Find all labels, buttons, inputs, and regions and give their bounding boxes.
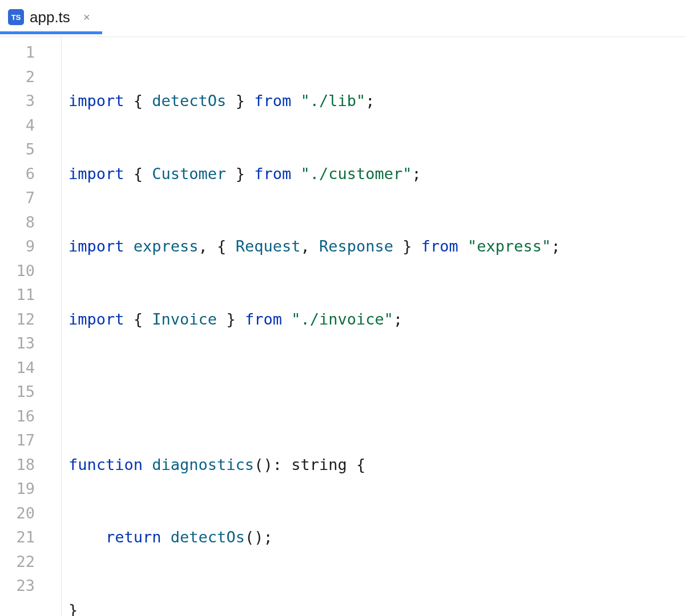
code-line[interactable]: import { detectOs } from "./lib";: [68, 89, 685, 114]
line-number: 10: [0, 259, 61, 283]
tab-active-indicator: [0, 31, 102, 34]
line-number: 21: [0, 525, 61, 550]
line-number: 3: [0, 89, 61, 114]
code-editor[interactable]: 1234567891011121314151617181920212223 im…: [0, 37, 685, 616]
line-number: 6: [0, 162, 61, 187]
line-number-gutter: 1234567891011121314151617181920212223: [0, 37, 62, 616]
line-number: 1: [0, 40, 61, 65]
line-number: 22: [0, 550, 61, 574]
tab-bar: TS app.ts ×: [0, 0, 685, 37]
line-number: 16: [0, 404, 61, 429]
line-number: 12: [0, 307, 61, 332]
line-number: 4: [0, 114, 61, 138]
line-number: 20: [0, 501, 61, 526]
code-area[interactable]: import { detectOs } from "./lib"; import…: [62, 37, 685, 616]
line-number: 2: [0, 65, 61, 90]
code-line[interactable]: }: [68, 598, 685, 617]
tab-title: app.ts: [30, 9, 70, 26]
line-number: 7: [0, 186, 61, 210]
line-number: 9: [0, 234, 61, 259]
code-line[interactable]: [68, 380, 685, 404]
line-number: 19: [0, 477, 61, 501]
line-number: 13: [0, 331, 61, 356]
line-number: 14: [0, 356, 61, 380]
typescript-file-icon: TS: [8, 9, 24, 25]
close-icon[interactable]: ×: [82, 12, 92, 22]
line-number: 8: [0, 210, 61, 235]
line-number: 5: [0, 137, 61, 162]
code-line[interactable]: import { Customer } from "./customer";: [68, 162, 685, 187]
tab-app-ts[interactable]: TS app.ts ×: [0, 3, 102, 31]
line-number: 15: [0, 380, 61, 404]
line-number: 23: [0, 574, 61, 598]
code-line[interactable]: import { Invoice } from "./invoice";: [68, 307, 685, 332]
code-line[interactable]: import express, { Request, Response } fr…: [68, 234, 685, 259]
line-number: 11: [0, 283, 61, 307]
line-number: 17: [0, 428, 61, 453]
code-line[interactable]: return detectOs();: [68, 525, 685, 550]
line-number: 18: [0, 453, 61, 477]
code-line[interactable]: function diagnostics(): string {: [68, 453, 685, 477]
